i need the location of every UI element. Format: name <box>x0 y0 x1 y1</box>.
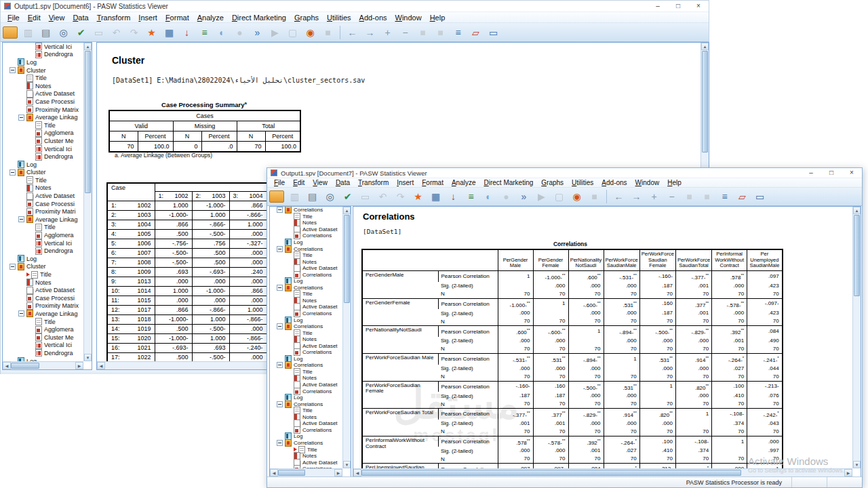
tree-item-active-dataset[interactable]: Active Dataset <box>270 342 342 349</box>
print-icon[interactable]: ▤ <box>304 189 321 205</box>
tree-item-dendrogra[interactable]: Dendrogra <box>3 349 83 357</box>
insert-heading-icon[interactable]: ▱ <box>467 24 484 40</box>
insert-variable-icon[interactable]: ↓ <box>178 24 195 40</box>
shapes-icon[interactable]: ● <box>231 24 248 40</box>
tree-item-vertical-ici[interactable]: Vertical Ici <box>3 342 83 350</box>
tree-item-dendrogra[interactable]: Dendrogra <box>3 247 83 255</box>
scroll-thumb[interactable] <box>278 470 305 476</box>
tree-item-case-processi[interactable]: Case Processi <box>3 294 83 302</box>
menu-file[interactable]: File <box>270 179 289 186</box>
titlebar[interactable]: Output1.spv [Document6] - PASW Statistic… <box>1 1 709 12</box>
maximize-button[interactable]: □ <box>821 168 842 178</box>
tree-item-average-linkag[interactable]: Average Linkag <box>3 216 83 224</box>
designate-window-icon[interactable]: ■ <box>319 24 336 40</box>
tree-expander[interactable] <box>18 216 24 222</box>
insert-variable-icon[interactable]: ↓ <box>445 189 462 205</box>
goto-variable-icon[interactable]: ▦ <box>427 189 444 205</box>
scroll-right-icon[interactable]: ▶ <box>75 362 83 369</box>
recall-dialog-icon[interactable]: ▭ <box>90 24 107 40</box>
tree-item-title[interactable]: Title <box>3 74 83 82</box>
menu-insert[interactable]: Insert <box>393 179 418 186</box>
tree-expander[interactable] <box>277 401 283 407</box>
run-script-icon[interactable]: ▶ <box>267 24 283 40</box>
tree-item-title[interactable]: Title <box>3 121 83 129</box>
menu-edit[interactable]: Edit <box>24 14 45 22</box>
menu-data[interactable]: Data <box>332 179 354 186</box>
titlebar[interactable]: Output1.spv [Document7] - PASW Statistic… <box>267 168 862 178</box>
split-file-icon[interactable]: » <box>515 189 532 205</box>
minimize-button[interactable]: – <box>648 1 668 11</box>
scroll-up-icon[interactable]: ▲ <box>853 207 861 214</box>
open-file-icon[interactable] <box>3 26 18 39</box>
print-preview-icon[interactable]: ◎ <box>55 24 72 40</box>
tree-item-title[interactable]: Title <box>3 318 83 326</box>
tree-item-active-dataset[interactable]: Active Dataset <box>3 192 83 200</box>
menu-format[interactable]: Format <box>418 179 448 186</box>
tree-item-notes[interactable]: Notes <box>3 184 83 192</box>
value-labels-icon[interactable]: ≡ <box>196 24 213 40</box>
tree-item-proximity-matri[interactable]: Proximity Matri <box>3 207 83 216</box>
tree-item-title[interactable]: Title <box>3 176 83 184</box>
menu-analyze[interactable]: Analyze <box>193 14 228 22</box>
tree-item-correlations[interactable]: Correlations <box>270 440 342 447</box>
menu-direct-marketing[interactable]: Direct Marketing <box>228 14 290 22</box>
select-cases-icon[interactable]: ◐ <box>480 189 497 205</box>
scroll-up-icon[interactable]: ▲ <box>343 207 351 214</box>
tree-item-notes[interactable]: Notes <box>270 336 342 343</box>
tree-item-title[interactable]: Title <box>270 407 342 414</box>
menu-file[interactable]: File <box>3 14 24 22</box>
tree-item-active-dataset[interactable]: Active Dataset <box>270 459 342 466</box>
export-html-icon[interactable]: ◉ <box>568 189 585 205</box>
scroll-up-icon[interactable]: ▲ <box>84 43 92 50</box>
scroll-left-icon[interactable]: ◀ <box>353 469 361 476</box>
menu-graphs[interactable]: Graphs <box>290 14 323 22</box>
scroll-up-icon[interactable]: ▲ <box>701 43 709 50</box>
tree-item-notes[interactable]: Notes <box>270 414 342 421</box>
close-button[interactable]: × <box>688 1 709 11</box>
tree-item-proximity-matrix[interactable]: Proximity Matrix <box>3 302 83 310</box>
tree-item-active-dataset[interactable]: Active Dataset <box>270 382 342 388</box>
menu-transform[interactable]: Transform <box>93 14 135 22</box>
tree-item-cluster[interactable]: Cluster <box>3 169 83 177</box>
promote-icon[interactable]: + <box>646 189 663 205</box>
tree-item-notes[interactable]: Notes <box>270 375 342 382</box>
tree-item-dendrogra[interactable]: Dendrogra <box>3 51 83 59</box>
tree-item-correlations[interactable]: Correlations <box>270 401 342 407</box>
tree-item-correlations[interactable]: Correlations <box>270 388 342 394</box>
print-preview-icon[interactable]: ◎ <box>321 189 338 205</box>
tree-item-agglomera[interactable]: Agglomera <box>3 129 83 138</box>
scroll-thumb[interactable] <box>702 51 708 152</box>
tree-item-title[interactable]: Title <box>270 329 342 336</box>
tree-item-log[interactable]: Log <box>3 255 83 263</box>
tree-item-case-processi[interactable]: Case Processi <box>3 98 83 106</box>
tree-item-notes[interactable]: Notes <box>270 258 342 265</box>
scroll-left-icon[interactable]: ◀ <box>3 362 11 369</box>
edit-output-icon[interactable]: ▢ <box>551 189 568 205</box>
tree-item-cluster-me[interactable]: Cluster Me <box>3 137 83 145</box>
menu-transform[interactable]: Transform <box>354 179 393 186</box>
redo-icon[interactable]: ↷ <box>392 189 409 205</box>
show-outline-icon[interactable]: ≡ <box>716 189 733 205</box>
menu-direct-marketing[interactable]: Direct Marketing <box>479 179 537 186</box>
outline-vertical-scrollbar[interactable]: ▲ ▼ <box>83 43 92 361</box>
promote-icon[interactable]: + <box>379 24 396 40</box>
show-outline-icon[interactable]: ≡ <box>450 24 467 40</box>
tree-item-active-dataset[interactable]: Active Dataset <box>270 226 342 233</box>
tree-item-correlations[interactable]: Correlations <box>270 323 342 330</box>
edit-output-icon[interactable]: ▢ <box>284 24 301 40</box>
outline-horizontal-scrollbar[interactable]: ◀ ▶ <box>270 468 342 476</box>
tree-item-active-dataset[interactable]: Active Dataset <box>270 304 342 310</box>
menu-utilities[interactable]: Utilities <box>568 179 597 186</box>
tree-item-log[interactable]: Log <box>270 433 342 440</box>
tree-item-active-dataset[interactable]: Active Dataset <box>270 420 342 427</box>
save-icon[interactable]: ▥ <box>20 24 37 40</box>
tree-item-correlations[interactable]: Correlations <box>270 362 342 369</box>
tree-item-log[interactable]: Log <box>270 356 342 363</box>
tree-expander[interactable] <box>18 310 24 317</box>
open-file-icon[interactable] <box>269 190 284 203</box>
tree-item-proximity-matrix[interactable]: Proximity Matrix <box>3 106 83 114</box>
tree-item-correlations[interactable]: Correlations <box>270 349 342 356</box>
tree-item-notes[interactable]: Notes <box>3 82 83 90</box>
outline-horizontal-scrollbar[interactable]: ◀ ▶ <box>3 361 83 369</box>
scroll-left-icon[interactable]: ◀ <box>270 469 278 476</box>
